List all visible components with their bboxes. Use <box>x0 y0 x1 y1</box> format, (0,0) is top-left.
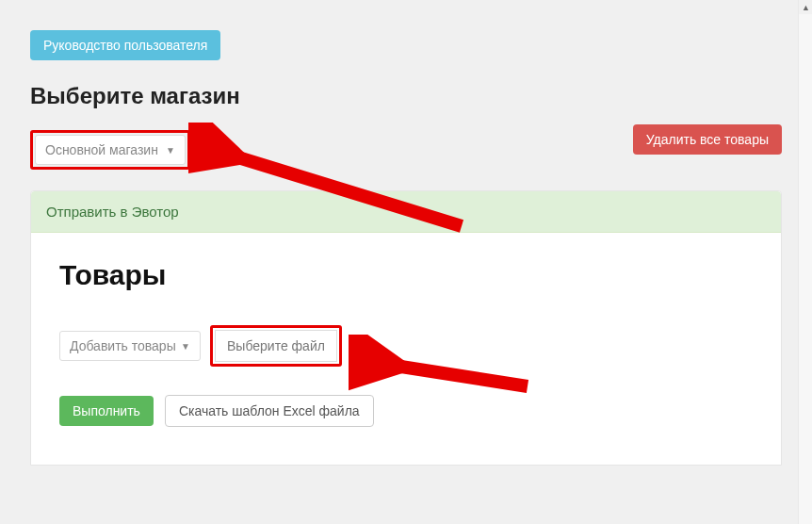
store-select-highlight: Основной магазин ▼ <box>30 130 190 170</box>
add-row: Добавить товары ▼ Выберите файл <box>59 325 753 367</box>
store-select[interactable]: Основной магазин ▼ <box>35 135 186 165</box>
chevron-down-icon: ▼ <box>181 341 190 352</box>
download-template-button[interactable]: Скачать шаблон Excel файла <box>165 395 374 427</box>
delete-all-wrap: Удалить все товары <box>633 124 782 155</box>
scrollbar-track[interactable]: ▲ <box>798 0 812 524</box>
choose-file-highlight: Выберите файл <box>210 325 342 367</box>
scrollbar-up-icon[interactable]: ▲ <box>799 0 812 14</box>
add-products-label: Добавить товары <box>70 338 176 353</box>
send-panel: Отправить в Эвотор Товары Добавить товар… <box>30 190 782 466</box>
panel-body: Товары Добавить товары ▼ Выберите файл В… <box>31 233 781 465</box>
store-select-value: Основной магазин <box>45 142 158 157</box>
execute-row: Выполнить Скачать шаблон Excel файла <box>59 395 753 427</box>
add-products-select[interactable]: Добавить товары ▼ <box>59 331 201 361</box>
delete-all-button[interactable]: Удалить все товары <box>633 124 782 155</box>
page-container: Руководство пользователя Выберите магази… <box>0 0 812 524</box>
choose-store-title: Выберите магазин <box>30 83 782 109</box>
execute-button[interactable]: Выполнить <box>59 396 154 426</box>
choose-file-button[interactable]: Выберите файл <box>215 330 337 362</box>
chevron-down-icon: ▼ <box>166 145 175 156</box>
store-actions-row: Основной магазин ▼ Удалить все товары <box>30 130 782 170</box>
products-title: Товары <box>59 259 753 291</box>
panel-header[interactable]: Отправить в Эвотор <box>31 191 781 233</box>
user-guide-button[interactable]: Руководство пользователя <box>30 30 220 60</box>
